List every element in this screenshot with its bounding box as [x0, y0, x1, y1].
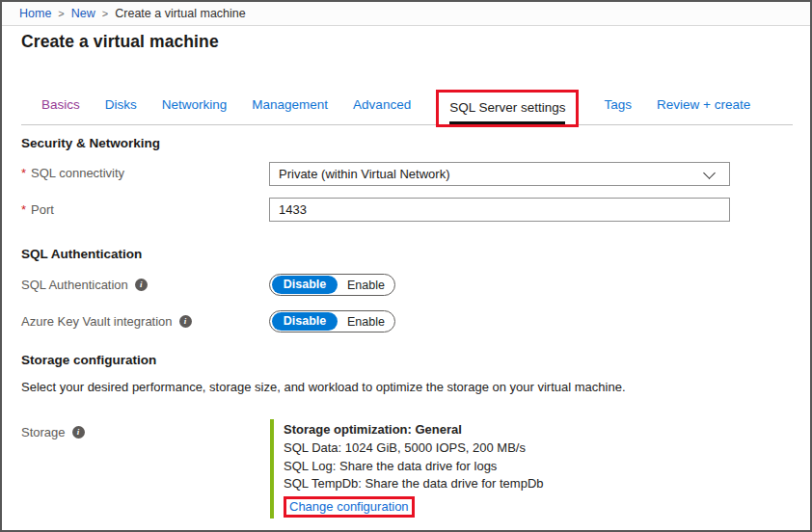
sql-authentication-enable-option[interactable]: Enable [338, 279, 394, 292]
storage-optimization-title: Storage optimization: General [284, 420, 544, 439]
sql-authentication-label: SQL Authentication i [21, 278, 148, 292]
breadcrumb-new[interactable]: New [71, 7, 95, 20]
breadcrumb-separator: > [102, 8, 108, 19]
key-vault-toggle: Disable Enable [269, 310, 395, 332]
sql-authentication-toggle: Disable Enable [269, 274, 395, 296]
breadcrumb-current: Create a virtual machine [115, 7, 245, 20]
tab-networking[interactable]: Networking [162, 97, 228, 124]
info-icon[interactable]: i [135, 279, 148, 291]
storage-label: Storage i [21, 425, 85, 439]
tab-review-create[interactable]: Review + create [657, 97, 750, 124]
key-vault-enable-option[interactable]: Enable [338, 315, 394, 329]
sql-connectivity-label-text: SQL connectivity [31, 166, 124, 180]
storage-sql-log: SQL Log: Share the data drive for logs [284, 458, 544, 476]
tab-sql-server-settings[interactable]: SQL Server settings [436, 90, 579, 127]
key-vault-label: Azure Key Vault integration i [21, 314, 192, 329]
info-icon[interactable]: i [179, 315, 192, 328]
sql-connectivity-label: * SQL connectivity [21, 166, 124, 180]
sql-authentication-disable-option[interactable]: Disable [272, 276, 338, 294]
create-vm-blade: Home > New > Create a virtual machine Cr… [0, 0, 812, 532]
storage-label-text: Storage [21, 425, 66, 439]
required-marker: * [21, 166, 26, 180]
storage-sql-data: SQL Data: 1024 GiB, 5000 IOPS, 200 MB/s [284, 439, 544, 458]
sql-connectivity-select[interactable]: Private (within Virtual Network) [269, 162, 730, 186]
tab-basics[interactable]: Basics [41, 97, 80, 124]
tab-bar: Basics Disks Networking Management Advan… [21, 90, 793, 125]
sql-authentication-label-text: SQL Authentication [21, 278, 128, 292]
info-icon[interactable]: i [72, 426, 85, 439]
section-security-networking: Security & Networking [21, 136, 160, 150]
section-sql-authentication: SQL Authentication [21, 247, 142, 261]
tab-disks[interactable]: Disks [105, 97, 137, 124]
port-input[interactable] [269, 198, 730, 222]
breadcrumb: Home > New > Create a virtual machine [2, 2, 810, 26]
sql-connectivity-value: Private (within Virtual Network) [279, 167, 449, 181]
tab-management[interactable]: Management [252, 97, 328, 124]
tab-sql-server-settings-label: SQL Server settings [449, 100, 565, 124]
storage-summary: Storage optimization: General SQL Data: … [270, 419, 544, 519]
chevron-down-icon [703, 167, 716, 179]
key-vault-disable-option[interactable]: Disable [272, 312, 338, 331]
change-configuration-link[interactable]: Change configuration [284, 496, 415, 518]
tab-tags[interactable]: Tags [604, 97, 632, 124]
key-vault-label-text: Azure Key Vault integration [21, 314, 173, 329]
port-label-text: Port [31, 202, 54, 217]
tab-advanced[interactable]: Advanced [353, 97, 411, 124]
breadcrumb-separator: > [58, 8, 64, 19]
page-title: Create a virtual machine [21, 32, 219, 52]
storage-description: Select your desired performance, storage… [21, 380, 626, 394]
storage-sql-tempdb: SQL TempDb: Share the data drive for tem… [284, 475, 544, 493]
required-marker: * [21, 202, 26, 217]
section-storage-configuration: Storage configuration [21, 353, 156, 367]
port-label: * Port [21, 202, 54, 217]
breadcrumb-home[interactable]: Home [19, 7, 51, 20]
